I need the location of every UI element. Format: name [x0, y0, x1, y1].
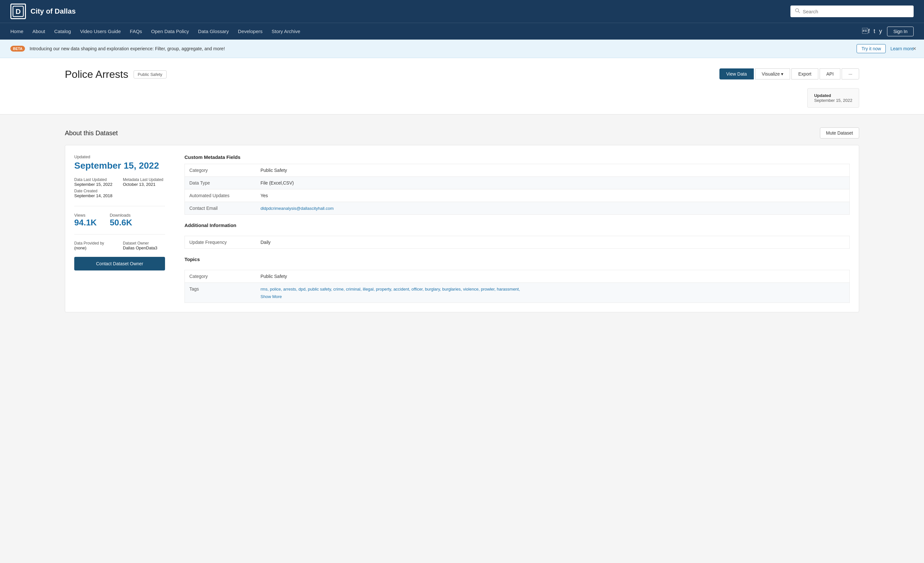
social-icons: f t y — [862, 28, 882, 35]
dataset-header: Police Arrests Public Safety View Data V… — [0, 58, 924, 88]
meta-grid: Data Last Updated September 15, 2022 Met… — [74, 177, 165, 198]
search-input[interactable] — [803, 9, 909, 14]
contact-dataset-owner-button[interactable]: Contact Dataset Owner — [74, 257, 165, 270]
dataset-owner: Dataset Owner Dallas OpenData3 — [123, 241, 165, 250]
updated-date: September 15, 2022 — [814, 98, 852, 103]
about-left: Updated September 15, 2022 Data Last Upd… — [74, 155, 165, 303]
api-button[interactable]: API — [820, 68, 841, 80]
update-frequency-value: Daily — [256, 236, 850, 249]
data-type-key: Data Type — [185, 177, 256, 189]
nav-about[interactable]: About — [32, 29, 45, 34]
updated-info: Updated September 15, 2022 — [0, 88, 924, 114]
page-content: Police Arrests Public Safety View Data V… — [0, 58, 924, 114]
mute-dataset-button[interactable]: Mute Dataset — [820, 128, 859, 138]
about-updated-label: Updated — [74, 155, 165, 159]
site-title: City of Dallas — [30, 7, 75, 16]
sign-in-button[interactable]: Sign In — [887, 27, 914, 36]
banner-message: Introducing our new data shaping and exp… — [30, 46, 852, 51]
nav-right: f t y Sign In — [862, 27, 914, 36]
table-row: Contact Email dldpdcrimeanalysis@dallasc… — [185, 202, 850, 215]
data-provided-label: Data Provided by — [74, 241, 116, 246]
main-content: About this Dataset Mute Dataset Updated … — [0, 114, 924, 325]
svg-line-3 — [798, 12, 800, 13]
additional-info-table: Update Frequency Daily — [184, 236, 850, 249]
nav-home[interactable]: Home — [10, 29, 23, 34]
data-provided-value: (none) — [74, 246, 116, 250]
date-created-label: Date Created — [74, 189, 116, 193]
dataset-title-area: Police Arrests Public Safety — [65, 68, 166, 80]
twitter-icon[interactable]: t — [873, 28, 875, 35]
about-card: Updated September 15, 2022 Data Last Upd… — [65, 145, 859, 312]
about-right: Custom Metadata Fields Category Public S… — [184, 155, 850, 303]
views-value: 94.1K — [74, 218, 97, 228]
updated-label: Updated — [814, 93, 852, 98]
nav-developers[interactable]: Developers — [238, 29, 262, 34]
learn-more-link[interactable]: Learn more — [890, 46, 914, 51]
metadata-last-updated-label: Metadata Last Updated — [123, 177, 165, 182]
close-banner-button[interactable]: × — [913, 45, 916, 52]
metadata-last-updated-value: October 13, 2021 — [123, 182, 165, 187]
view-data-button[interactable]: View Data — [719, 68, 754, 80]
views-stat: Views 94.1K — [74, 213, 97, 228]
table-row: Automated Updates Yes — [185, 189, 850, 202]
nav-faqs[interactable]: FAQs — [130, 29, 142, 34]
dataset-actions: View Data Visualize ▾ Export API ··· — [719, 68, 859, 80]
about-updated-date: September 15, 2022 — [74, 161, 165, 171]
visualize-button[interactable]: Visualize ▾ — [755, 68, 790, 80]
category-badge: Public Safety — [134, 71, 166, 78]
try-it-button[interactable]: Try it now — [856, 44, 886, 53]
metadata-last-updated-item: Metadata Last Updated October 13, 2021 — [123, 177, 165, 187]
svg-text:D: D — [15, 8, 21, 16]
export-button[interactable]: Export — [791, 68, 818, 80]
svg-point-2 — [796, 9, 799, 12]
table-row: Data Type File (Excel,CSV) — [185, 177, 850, 189]
automated-updates-key: Automated Updates — [185, 189, 256, 202]
stats-row: Views 94.1K Downloads 50.6K — [74, 206, 165, 234]
more-button[interactable]: ··· — [842, 68, 859, 80]
topics-category-key: Category — [185, 270, 256, 283]
section-header: About this Dataset Mute Dataset — [65, 128, 859, 138]
tags-text: rms, police, arrests, dpd, public safety… — [261, 287, 520, 291]
contact-email-key: Contact Email — [185, 202, 256, 215]
table-row: Tags rms, police, arrests, dpd, public s… — [185, 283, 850, 303]
nav-catalog[interactable]: Catalog — [54, 29, 71, 34]
downloads-label: Downloads — [110, 213, 132, 218]
beta-badge: BETA — [10, 46, 25, 51]
topics-table: Category Public Safety Tags rms, police,… — [184, 270, 850, 303]
header: D City of Dallas — [0, 0, 924, 23]
category-key: Category — [185, 164, 256, 177]
show-more-link[interactable]: Show More — [261, 294, 845, 299]
nav-open-data-policy[interactable]: Open Data Policy — [151, 29, 189, 34]
table-row: Category Public Safety — [185, 164, 850, 177]
custom-metadata-section: Custom Metadata Fields Category Public S… — [184, 155, 850, 215]
views-label: Views — [74, 213, 97, 218]
nav-links: Home About Catalog Video Users Guide FAQ… — [10, 29, 300, 34]
dataset-owner-value: Dallas OpenData3 — [123, 246, 165, 250]
table-row: Category Public Safety — [185, 270, 850, 283]
custom-metadata-table: Category Public Safety Data Type File (E… — [184, 164, 850, 215]
contact-email-link[interactable]: dldpdcrimeanalysis@dallascityhall.com — [261, 206, 334, 211]
dataset-title: Police Arrests — [65, 68, 128, 80]
date-created-item: Date Created September 14, 2018 — [74, 189, 116, 198]
nav-story-archive[interactable]: Story Archive — [272, 29, 300, 34]
header-left: D City of Dallas — [10, 4, 75, 19]
date-created-value: September 14, 2018 — [74, 193, 116, 198]
contact-email-value: dldpdcrimeanalysis@dallascityhall.com — [256, 202, 850, 215]
beta-banner: BETA Introducing our new data shaping an… — [0, 39, 924, 58]
additional-info-title: Additional Information — [184, 222, 850, 228]
provider-grid: Data Provided by (none) Dataset Owner Da… — [74, 241, 165, 250]
table-row: Update Frequency Daily — [185, 236, 850, 249]
custom-metadata-title: Custom Metadata Fields — [184, 155, 850, 160]
logo-icon: D — [10, 4, 26, 19]
category-value: Public Safety — [256, 164, 850, 177]
automated-updates-value: Yes — [256, 189, 850, 202]
data-last-updated-item: Data Last Updated September 15, 2022 — [74, 177, 116, 187]
nav-video-users-guide[interactable]: Video Users Guide — [80, 29, 121, 34]
nav-data-glossary[interactable]: Data Glossary — [198, 29, 229, 34]
data-type-value: File (Excel,CSV) — [256, 177, 850, 189]
data-last-updated-value: September 15, 2022 — [74, 182, 116, 187]
youtube-icon[interactable]: y — [879, 28, 882, 35]
facebook-icon[interactable]: f — [862, 28, 870, 35]
tags-key: Tags — [185, 283, 256, 303]
search-box[interactable] — [790, 6, 914, 17]
